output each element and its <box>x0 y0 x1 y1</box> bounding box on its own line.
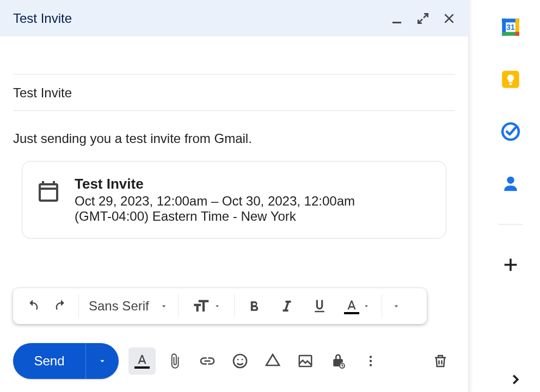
redo-button[interactable] <box>47 291 75 321</box>
confidential-mode-button[interactable] <box>324 347 352 375</box>
compose-window: Test Invite Test Invite Just sending you… <box>0 0 468 392</box>
insert-link-button[interactable] <box>194 347 221 375</box>
svg-point-19 <box>507 177 514 184</box>
italic-button[interactable] <box>271 291 303 321</box>
body-text[interactable]: Just sending you a test invite from Gmai… <box>13 111 455 148</box>
send-button[interactable]: Send <box>13 343 86 379</box>
send-options-dropdown[interactable] <box>86 343 119 379</box>
event-time: Oct 29, 2023, 12:00am – Oct 30, 2023, 12… <box>75 194 355 209</box>
calendar-icon <box>35 179 63 206</box>
discard-draft-button[interactable] <box>427 347 454 375</box>
svg-rect-15 <box>502 18 506 22</box>
compose-action-bar: Send <box>13 343 454 379</box>
underline-button[interactable] <box>303 291 336 321</box>
formatting-options-button[interactable] <box>128 347 156 375</box>
undo-button[interactable] <box>19 291 47 321</box>
text-color-dropdown[interactable] <box>336 291 378 321</box>
more-formatting-dropdown[interactable] <box>385 291 407 321</box>
close-button[interactable] <box>439 8 459 29</box>
svg-point-1 <box>234 354 247 368</box>
svg-point-6 <box>370 356 372 358</box>
svg-rect-0 <box>392 22 401 23</box>
more-options-button[interactable] <box>357 347 384 375</box>
collapse-side-panel-button[interactable] <box>507 371 524 388</box>
compose-title-bar: Test Invite <box>0 0 468 36</box>
event-title: Test Invite <box>75 176 355 192</box>
insert-emoji-button[interactable] <box>226 347 254 375</box>
compose-title: Test Invite <box>13 11 72 26</box>
insert-drive-button[interactable] <box>259 347 286 375</box>
svg-text:31: 31 <box>506 23 515 32</box>
get-addons-button[interactable] <box>499 253 523 277</box>
subject-field[interactable]: Test Invite <box>13 74 455 111</box>
font-family-dropdown[interactable]: Sans Serif <box>82 291 175 321</box>
svg-point-8 <box>370 364 372 366</box>
svg-point-7 <box>370 360 372 362</box>
keep-app-icon[interactable] <box>499 67 523 91</box>
minimize-button[interactable] <box>386 8 407 29</box>
side-panel: 31 <box>481 0 540 392</box>
font-family-label: Sans Serif <box>89 298 149 314</box>
contacts-app-icon[interactable] <box>499 172 523 196</box>
recipients-field[interactable] <box>13 36 455 74</box>
tasks-app-icon[interactable] <box>499 120 523 144</box>
event-timezone: (GMT-04:00) Eastern Time - New York <box>75 209 355 224</box>
send-button-group: Send <box>13 343 119 379</box>
expand-button[interactable] <box>413 8 433 29</box>
svg-point-3 <box>242 359 243 360</box>
attach-file-button[interactable] <box>161 347 188 375</box>
formatting-toolbar: Sans Serif <box>13 288 427 324</box>
svg-point-2 <box>237 359 239 360</box>
font-size-dropdown[interactable] <box>182 291 231 321</box>
svg-rect-14 <box>516 32 519 36</box>
insert-photo-button[interactable] <box>292 347 319 375</box>
side-divider <box>499 224 523 225</box>
bold-button[interactable] <box>238 291 271 321</box>
calendar-app-icon[interactable]: 31 <box>499 15 523 39</box>
calendar-event-card[interactable]: Test Invite Oct 29, 2023, 12:00am – Oct … <box>22 161 446 239</box>
